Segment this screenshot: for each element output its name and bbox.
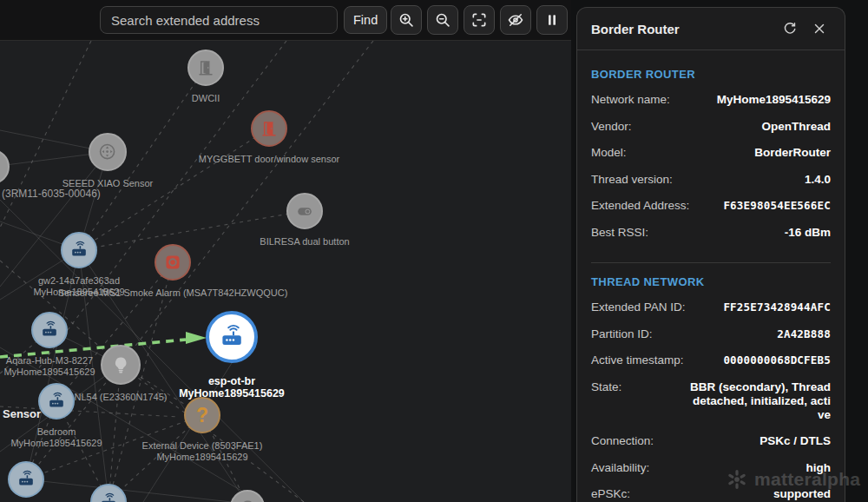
sensor-icon — [89, 133, 127, 171]
row-label: Availability: — [591, 461, 649, 475]
panel-section: THREAD NETWORKExtended PAN ID:FF25E73428… — [591, 262, 831, 502]
row-value: PSKc / DTLS — [654, 434, 831, 448]
zoom-in-icon — [398, 11, 415, 29]
row-label: Extended Address: — [591, 199, 689, 213]
refresh-icon — [782, 21, 798, 36]
bulb-icon — [101, 345, 141, 385]
row-label: Model: — [591, 146, 627, 160]
row-label: Best RSSI: — [591, 226, 648, 240]
row-label: Active timestamp: — [591, 353, 684, 367]
row-value: 1.4.0 — [673, 173, 831, 187]
row-value: 0000000068DCFEB5 — [684, 353, 831, 367]
section-title: BORDER ROUTER — [591, 68, 831, 81]
row-value: -16 dBm — [648, 226, 831, 240]
smoke-icon — [155, 244, 191, 281]
detail-row: ePSKc:supported — [591, 487, 831, 501]
door-icon — [251, 110, 287, 147]
row-value: BorderRouter — [627, 146, 831, 160]
toggle-icon — [286, 193, 323, 229]
row-value: high — [649, 461, 831, 475]
find-button[interactable]: Find — [344, 6, 387, 34]
top-toolbar: Find — [0, 0, 571, 41]
node-label: esp-ot-brMyHome1895415629 — [179, 375, 285, 400]
router-icon — [38, 383, 75, 419]
router-icon — [8, 461, 44, 498]
close-button[interactable] — [808, 17, 831, 40]
detail-row: Availability:high — [591, 461, 831, 475]
detail-row: Vendor:OpenThread — [591, 120, 831, 134]
door-icon — [187, 50, 224, 86]
row-label: Vendor: — [591, 120, 632, 134]
zoom-out-icon — [434, 11, 451, 29]
node-label: Aqara-Hub-M3-8227MyHome1895415629 — [3, 355, 95, 377]
node-label: External Device (8503FAE1)MyHome18954156… — [142, 440, 263, 462]
router-icon — [31, 312, 68, 348]
row-label: ePSKc: — [591, 487, 630, 501]
node-label: DWCII — [192, 93, 220, 104]
row-label: State: — [591, 380, 621, 394]
detail-row: State:BBR (secondary), Thread detached, … — [591, 380, 831, 422]
node-label: BedroomMyHome1895415629 — [10, 426, 102, 448]
node-label: Sensereo MS1 Smoke Alarm (MSA7T842HZWQQU… — [58, 287, 288, 299]
row-value: FF25E73428944AFC — [686, 301, 831, 314]
row-label: Network name: — [591, 93, 670, 107]
pause-icon — [543, 11, 561, 29]
fit-screen-button[interactable] — [464, 5, 495, 35]
node-label: NL54 (E23360N1745) — [74, 392, 167, 403]
eye-off-icon — [507, 11, 524, 29]
detail-row: Extended Address:F63E98054EE566EC — [591, 199, 831, 213]
row-value: OpenThread — [632, 120, 831, 134]
detail-row: Connection:PSKc / DTLS — [591, 434, 831, 448]
detail-row: Network name:MyHome1895415629 — [591, 93, 831, 107]
row-label: Connection: — [591, 434, 654, 448]
toolbar-buttons — [391, 5, 568, 35]
panel-body: BORDER ROUTERNetwork name:MyHome18954156… — [577, 50, 845, 502]
detail-row: Extended PAN ID:FF25E73428944AFC — [591, 301, 831, 314]
topology-canvas[interactable]: DWCIIMYGGBETT door/window sensorSEEED XI… — [0, 41, 571, 502]
node-label: BILRESA dual button — [260, 236, 349, 248]
row-label: Extended PAN ID: — [591, 301, 686, 314]
floating-label: (3RM11-6035-00046) — [2, 188, 101, 200]
detail-row: Best RSSI:-16 dBm — [591, 226, 831, 240]
detail-row: Thread version:1.4.0 — [591, 173, 831, 187]
search-input[interactable] — [100, 6, 338, 34]
row-label: Partition ID: — [591, 327, 653, 341]
pause-button[interactable] — [536, 5, 568, 35]
eye-off-button[interactable] — [500, 5, 531, 35]
detail-row: Active timestamp:0000000068DCFEB5 — [591, 353, 831, 367]
detail-row: Model:BorderRouter — [591, 146, 831, 160]
router-icon — [206, 311, 258, 363]
floating-label: Sensor — [3, 407, 41, 420]
row-value: 2A42B888 — [653, 327, 831, 341]
detail-panel: Border Router BORDER ROUTERNetwork name:… — [576, 7, 845, 502]
row-value: BBR (secondary), Thread detached, initia… — [621, 380, 831, 422]
zoom-out-button[interactable] — [427, 5, 458, 35]
row-label: Thread version: — [591, 173, 673, 187]
zoom-in-button[interactable] — [391, 5, 422, 35]
selection-arrow — [0, 340, 186, 357]
detail-row: Partition ID:2A42B888 — [591, 327, 831, 341]
router-icon — [61, 232, 97, 268]
panel-section: BORDER ROUTERNetwork name:MyHome18954156… — [591, 56, 831, 255]
section-title: THREAD NETWORK — [591, 275, 831, 288]
row-value: supported — [630, 487, 831, 501]
row-value: F63E98054EE566EC — [689, 199, 831, 213]
panel-title: Border Router — [591, 22, 779, 36]
question-icon: ? — [184, 397, 220, 433]
row-value: MyHome1895415629 — [670, 93, 831, 107]
selection-arrowhead — [186, 332, 207, 344]
node-label: MYGGBETT door/window sensor — [199, 154, 339, 165]
close-icon — [812, 21, 827, 36]
fit-screen-icon — [470, 11, 488, 29]
panel-header: Border Router — [577, 8, 845, 50]
refresh-button[interactable] — [779, 17, 801, 40]
